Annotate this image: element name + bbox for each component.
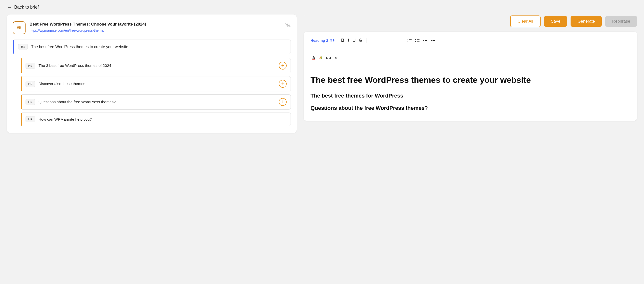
h2-badge-2: H2 [26,81,35,87]
table-row: H2 Questions about the free WordPress th… [21,94,291,110]
svg-rect-18 [409,39,412,40]
svg-rect-24 [417,41,420,42]
h2-text-3: Questions about the free WordPress theme… [38,100,276,104]
heading-selector[interactable]: Heading 2 ⬆⬇ [310,38,335,42]
outline-card: #5 Best Free WordPress Themes: Choose yo… [7,14,297,133]
table-row: H2 How can WPMarmite help you? [21,112,291,126]
align-left-button[interactable] [369,38,377,43]
h1-badge: H1 [18,44,28,50]
back-to-brief-button[interactable]: ← Back to brief [7,4,39,10]
editor-heading-2-2: Questions about the free WordPress theme… [310,104,630,112]
main-layout: #5 Best Free WordPress Themes: Choose yo… [0,14,644,281]
svg-rect-11 [386,41,391,41]
svg-rect-9 [386,39,391,39]
svg-text:2.: 2. [407,40,409,42]
align-right-button[interactable] [385,38,392,43]
svg-rect-7 [378,41,383,41]
svg-rect-6 [379,40,382,40]
clear-format-button[interactable]: Ix [333,55,339,61]
svg-rect-15 [394,41,399,41]
editor-heading-1: The best free WordPress themes to create… [310,75,630,85]
back-label: Back to brief [14,5,39,10]
back-arrow-icon: ← [7,4,12,10]
svg-rect-1 [371,39,375,39]
h1-text: The best free WordPress themes to create… [31,45,128,49]
outdent-button[interactable] [421,38,429,43]
svg-rect-14 [394,40,399,40]
svg-text:1.: 1. [407,39,409,40]
action-toolbar: Clear All Save Generate Rephrase [304,14,637,27]
table-row: H2 Discover also these themes + [21,76,291,92]
table-row: H2 The 3 best free WordPress themes of 2… [21,58,291,73]
strikethrough-button[interactable]: S [357,37,364,44]
rephrase-button[interactable]: Rephrase [605,16,637,27]
h2-badge-1: H2 [26,63,35,69]
article-title: Best Free WordPress Themes: Choose your … [30,21,280,27]
article-url[interactable]: https://wpmarmite.com/en/free-wordpress-… [30,28,280,32]
h2-list: H2 The 3 best free WordPress themes of 2… [13,58,291,126]
article-header: #5 Best Free WordPress Themes: Choose yo… [13,21,291,34]
svg-rect-26 [425,39,427,39]
text-color-button[interactable]: A [310,55,317,61]
article-info: Best Free WordPress Themes: Choose your … [30,21,280,32]
editor-card: Heading 2 ⬆⬇ B I U S [304,32,637,121]
svg-rect-32 [432,42,435,42]
underline-button[interactable]: U [351,37,357,44]
svg-rect-27 [425,40,427,41]
visibility-toggle-icon[interactable] [284,22,291,29]
svg-rect-16 [394,42,399,42]
h2-text-2: Discover also these themes [38,82,276,86]
svg-rect-31 [432,40,435,41]
svg-rect-4 [371,42,374,42]
svg-rect-2 [371,40,374,40]
save-button[interactable]: Save [544,16,567,27]
svg-rect-28 [425,42,427,42]
svg-rect-8 [379,42,382,42]
align-center-button[interactable] [377,38,385,43]
heading-select-label: Heading 2 [310,38,328,42]
add-h2-button-2[interactable]: + [279,80,287,88]
article-number-badge: #5 [13,21,26,34]
add-h2-button-1[interactable]: + [279,62,287,70]
svg-rect-5 [378,39,383,39]
toolbar-divider-1 [366,38,366,43]
editor-heading-2-1: The best free themes for WordPress [310,92,630,100]
bold-button[interactable]: B [340,37,346,44]
chevron-updown-icon: ⬆⬇ [330,38,335,42]
indent-button[interactable] [429,38,437,43]
toolbar-divider-2 [403,38,403,43]
top-nav: ← Back to brief [0,0,644,14]
h2-text-4: How can WPMarmite help you? [38,117,287,122]
h2-text-1: The 3 best free WordPress themes of 2024 [38,64,276,68]
h1-row: H1 The best free WordPress themes to cre… [13,40,291,54]
generate-button[interactable]: Generate [570,16,602,27]
editor-content: The best free WordPress themes to create… [310,72,630,112]
svg-rect-30 [432,39,435,39]
svg-marker-25 [423,39,424,42]
left-panel: #5 Best Free WordPress Themes: Choose yo… [7,14,297,274]
justify-button[interactable] [392,38,400,43]
h2-badge-3: H2 [26,99,35,105]
h2-badge-4: H2 [26,116,35,122]
clear-all-button[interactable]: Clear All [510,16,540,27]
unordered-list-button[interactable] [413,38,421,43]
svg-rect-13 [394,39,399,39]
highlight-color-button[interactable]: A [318,55,324,61]
editor-container: Clear All Save Generate Rephrase Heading… [304,14,637,121]
ordered-list-button[interactable]: 1.2. [406,38,413,43]
italic-button[interactable]: I [346,37,351,44]
format-toolbar: Heading 2 ⬆⬇ B I U S [310,37,630,48]
svg-point-21 [415,39,416,40]
add-h2-button-3[interactable]: + [279,98,287,106]
format-toolbar-row2: A A Ix [310,55,630,65]
insert-link-button[interactable] [324,56,332,60]
svg-rect-10 [388,40,391,40]
svg-point-23 [415,41,416,42]
svg-rect-20 [409,41,412,41]
svg-rect-12 [388,42,391,42]
svg-rect-22 [417,39,420,40]
right-panel: Clear All Save Generate Rephrase Heading… [304,14,637,274]
svg-rect-3 [371,41,375,41]
svg-marker-29 [431,39,432,42]
